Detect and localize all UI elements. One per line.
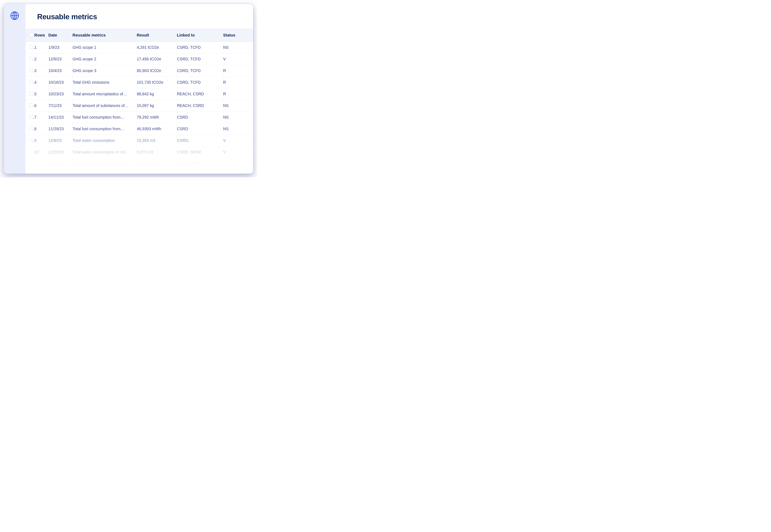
cell-rownum: 7 (34, 112, 48, 123)
row-checkbox-cell (25, 112, 34, 123)
table-row[interactable]: 310/4/23GHG scope 385,903 tCO2eCSRD, TCF… (25, 65, 253, 77)
cell-status: V (223, 146, 253, 158)
metrics-table-wrapper: Rows Date Reusable metrics Result Linked… (25, 29, 253, 174)
cell-date: 23/12/23 (48, 158, 72, 170)
cell-metric: GHG scope 3 (72, 65, 137, 77)
cell-status: V (223, 135, 253, 146)
table-row[interactable]: 1012/20/23Total water consumption in m3…… (25, 146, 253, 158)
table-row[interactable]: 510/23/23Total amount microplastics of…8… (25, 88, 253, 100)
row-checkbox-cell (25, 135, 34, 146)
cell-status: R (223, 77, 253, 88)
cell-rownum: 2 (34, 53, 48, 65)
cell-metric: GHG scope 2 (72, 53, 137, 65)
select-all-checkbox[interactable] (30, 33, 33, 37)
cell-result: 9,273 m3 (137, 146, 177, 158)
row-checkbox[interactable] (30, 57, 33, 60)
cell-date: 1/9/23 (48, 42, 72, 53)
row-checkbox[interactable] (30, 115, 33, 119)
row-checkbox[interactable] (30, 68, 33, 72)
cell-result: 79,292 mWh (137, 112, 177, 123)
row-checkbox[interactable] (30, 127, 33, 130)
cell-date: 11/29/23 (48, 123, 72, 135)
row-checkbox-cell (25, 42, 34, 53)
row-checkbox-cell (25, 123, 34, 135)
row-checkbox-cell (25, 100, 34, 112)
cell-metric: Total water consumption in m3… (72, 146, 137, 158)
table-row[interactable]: 714/11/23Total fuel consumption from…79,… (25, 112, 253, 123)
cell-linked: CSRD, SFDR (177, 158, 223, 170)
col-header-result[interactable]: Result (137, 29, 177, 42)
row-checkbox-cell (25, 146, 34, 158)
col-header-metric[interactable]: Reusable metrics (72, 29, 137, 42)
row-checkbox[interactable] (30, 80, 33, 84)
cell-linked: CSRD (177, 123, 223, 135)
cell-linked: CSRD, TCFD (177, 77, 223, 88)
cell-result: 193,392 m3 (137, 158, 177, 170)
cell-linked: CSRD (177, 112, 223, 123)
cell-result: 17,456 tCO2e (137, 53, 177, 65)
cell-date: 7/11/23 (48, 100, 72, 112)
table-row[interactable]: 410/16/23Total GHG emissions101,735 tCO2… (25, 77, 253, 88)
cell-metric: Total amount of substances of… (72, 100, 137, 112)
cell-metric: Total amount microplastics of… (72, 88, 137, 100)
row-checkbox-cell (25, 88, 34, 100)
cell-date: 14/11/23 (48, 112, 72, 123)
table-row[interactable]: 811/29/23Total fuel consumption from…46,… (25, 123, 253, 135)
col-header-rows[interactable]: Rows (34, 29, 48, 42)
row-checkbox[interactable] (30, 45, 33, 49)
cell-result: 15,097 kg (137, 100, 177, 112)
cell-result: 15,393 m3 (137, 135, 177, 146)
cell-linked: CSRD, SFDR (177, 146, 223, 158)
cell-rownum: 8 (34, 123, 48, 135)
row-checkbox-cell (25, 53, 34, 65)
cell-result: 101,735 tCO2e (137, 77, 177, 88)
col-header-linked[interactable]: Linked to (177, 29, 223, 42)
cell-status: NS (223, 112, 253, 123)
row-checkbox[interactable] (30, 150, 33, 154)
cell-date: 12/20/23 (48, 146, 72, 158)
row-checkbox-cell (25, 65, 34, 77)
cell-status: R (223, 88, 253, 100)
cell-linked: CSRD, TCFD (177, 65, 223, 77)
row-checkbox[interactable] (30, 138, 33, 142)
cell-date: 10/16/23 (48, 77, 72, 88)
table-row[interactable]: 67/11/23Total amount of substances of…15… (25, 100, 253, 112)
row-checkbox-cell (25, 77, 34, 88)
cell-status: NS (223, 100, 253, 112)
cell-rownum: 1 (34, 42, 48, 53)
col-header-checkbox (25, 29, 34, 42)
row-checkbox[interactable] (30, 162, 33, 165)
cell-status: V (223, 158, 253, 170)
page-title: Reusable metrics (37, 13, 253, 21)
globe-logo-icon (10, 11, 19, 20)
row-checkbox[interactable] (30, 103, 33, 107)
table-row[interactable]: 912/8/23Total water consumption15,393 m3… (25, 135, 253, 146)
cell-linked: REACH, CSRD (177, 88, 223, 100)
row-checkbox-cell (25, 158, 34, 170)
cell-metric: Total water recycled and reuse… (72, 158, 137, 170)
cell-linked: CSRD, TCFD (177, 53, 223, 65)
row-checkbox[interactable] (30, 92, 33, 95)
cell-date: 10/4/23 (48, 65, 72, 77)
app-frame: Reusable metrics Rows Date Reusable metr… (4, 4, 253, 174)
table-row[interactable]: 1123/12/23Total water recycled and reuse… (25, 158, 253, 170)
cell-metric: Total fuel consumption from… (72, 123, 137, 135)
sidebar (4, 4, 25, 174)
table-row[interactable]: 11/9/23GHG scope 14,291 tCO2eCSRD, TCFDN… (25, 42, 253, 53)
cell-status: NS (223, 42, 253, 53)
table-row[interactable]: 212/9/23GHG scope 217,456 tCO2eCSRD, TCF… (25, 53, 253, 65)
col-header-date[interactable]: Date (48, 29, 72, 42)
cell-result: 88,842 kg (137, 88, 177, 100)
col-header-status[interactable]: Status (223, 29, 253, 42)
cell-rownum: 10 (34, 146, 48, 158)
cell-rownum: 11 (34, 158, 48, 170)
cell-rownum: 9 (34, 135, 48, 146)
cell-status: V (223, 53, 253, 65)
cell-status: R (223, 65, 253, 77)
cell-metric: Total GHG emissions (72, 77, 137, 88)
cell-linked: CSRD, TCFD (177, 42, 223, 53)
cell-metric: Total fuel consumption from… (72, 112, 137, 123)
cell-metric: Total water consumption (72, 135, 137, 146)
cell-linked: CSRD, (177, 135, 223, 146)
cell-linked: REACH, CSRD (177, 100, 223, 112)
